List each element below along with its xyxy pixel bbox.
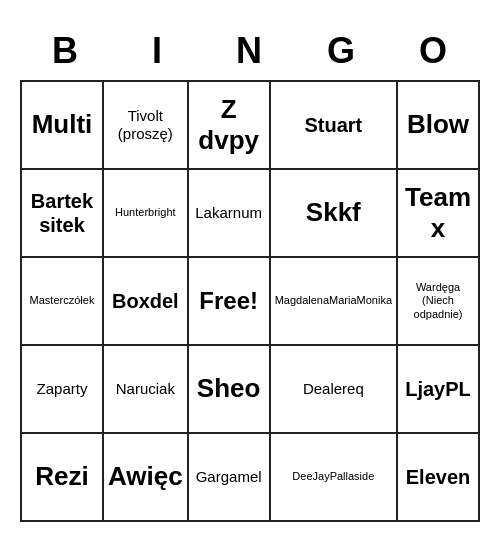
cell-text: Barteksitek xyxy=(31,189,93,237)
cell-text: Multi xyxy=(32,109,93,140)
bingo-cell: Gargamel xyxy=(189,434,271,522)
cell-text: Lakarnum xyxy=(195,204,262,222)
cell-text: Dealereq xyxy=(303,380,364,398)
cell-text: Gargamel xyxy=(196,468,262,486)
header-letter: B xyxy=(20,22,112,80)
bingo-cell: Sheo xyxy=(189,346,271,434)
bingo-cell: Naruciak xyxy=(104,346,189,434)
cell-text: MagdalenaMariaMonika xyxy=(275,294,392,307)
bingo-cell: Tivolt(proszę) xyxy=(104,82,189,170)
bingo-cell: Barteksitek xyxy=(22,170,104,258)
cell-text: Wardęga(Niechodpadnie) xyxy=(414,281,463,321)
bingo-card: BINGO MultiTivolt(proszę)ZdvpyStuartBlow… xyxy=(10,12,490,532)
bingo-cell: Hunterbright xyxy=(104,170,189,258)
cell-text: Hunterbright xyxy=(115,206,176,219)
bingo-cell: Lakarnum xyxy=(189,170,271,258)
header-letter: N xyxy=(204,22,296,80)
bingo-cell: LjayPL xyxy=(398,346,480,434)
cell-text: Awięc xyxy=(108,461,183,492)
bingo-cell: DeeJayPallaside xyxy=(271,434,398,522)
bingo-cell: Boxdel xyxy=(104,258,189,346)
cell-text: Eleven xyxy=(406,465,470,489)
cell-text: Teamx xyxy=(405,182,471,244)
cell-text: Naruciak xyxy=(116,380,175,398)
bingo-cell: Stuart xyxy=(271,82,398,170)
bingo-cell: Blow xyxy=(398,82,480,170)
cell-text: Zdvpy xyxy=(198,94,259,156)
bingo-cell: MagdalenaMariaMonika xyxy=(271,258,398,346)
bingo-cell: Zaparty xyxy=(22,346,104,434)
bingo-header: BINGO xyxy=(20,22,480,80)
cell-text: DeeJayPallaside xyxy=(292,470,374,483)
bingo-cell: Skkf xyxy=(271,170,398,258)
bingo-cell: Dealereq xyxy=(271,346,398,434)
header-letter: G xyxy=(296,22,388,80)
cell-text: Sheo xyxy=(197,373,261,404)
cell-text: LjayPL xyxy=(405,377,471,401)
bingo-cell: Zdvpy xyxy=(189,82,271,170)
cell-text: Boxdel xyxy=(112,289,179,313)
bingo-cell: Multi xyxy=(22,82,104,170)
cell-text: Stuart xyxy=(304,113,362,137)
cell-text: Tivolt(proszę) xyxy=(118,107,173,143)
bingo-cell: Masterczółek xyxy=(22,258,104,346)
bingo-cell: Free! xyxy=(189,258,271,346)
bingo-cell: Awięc xyxy=(104,434,189,522)
bingo-cell: Eleven xyxy=(398,434,480,522)
cell-text: Free! xyxy=(199,287,258,316)
header-letter: O xyxy=(388,22,480,80)
bingo-cell: Teamx xyxy=(398,170,480,258)
cell-text: Blow xyxy=(407,109,469,140)
header-letter: I xyxy=(112,22,204,80)
cell-text: Rezi xyxy=(35,461,88,492)
cell-text: Masterczółek xyxy=(30,294,95,307)
cell-text: Skkf xyxy=(306,197,361,228)
cell-text: Zaparty xyxy=(37,380,88,398)
bingo-cell: Wardęga(Niechodpadnie) xyxy=(398,258,480,346)
bingo-cell: Rezi xyxy=(22,434,104,522)
bingo-grid: MultiTivolt(proszę)ZdvpyStuartBlowBartek… xyxy=(20,80,480,522)
